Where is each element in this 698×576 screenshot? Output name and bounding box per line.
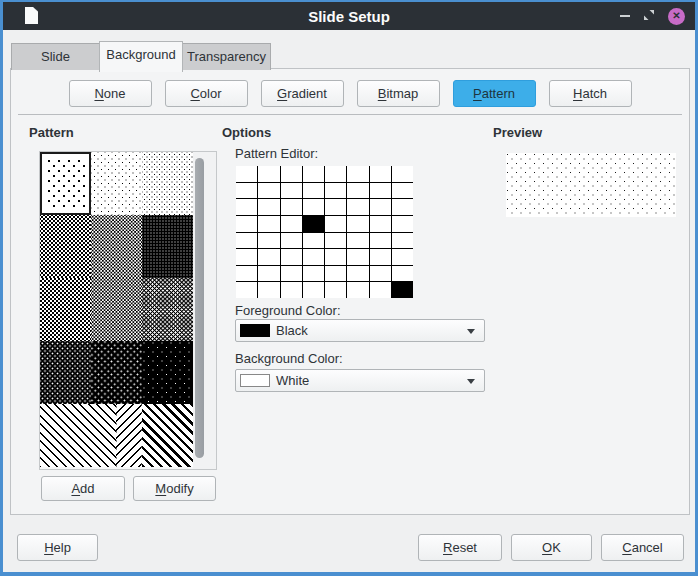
pattern-editor-cell[interactable]: [303, 282, 324, 298]
minimize-button[interactable]: [620, 15, 630, 17]
pattern-editor-cell[interactable]: [392, 183, 413, 199]
pattern-editor-cell[interactable]: [325, 282, 346, 298]
close-button[interactable]: ✕: [668, 8, 685, 25]
background-color-select[interactable]: White: [235, 369, 485, 392]
pattern-editor-cell[interactable]: [258, 266, 279, 282]
pattern-editor-cell[interactable]: [347, 199, 368, 215]
pattern-editor-cell[interactable]: [236, 249, 257, 265]
ok-button[interactable]: OK: [511, 534, 592, 561]
pattern-editor-cell[interactable]: [347, 233, 368, 249]
pattern-swatch-dark-75[interactable]: [40, 341, 91, 404]
pattern-editor-cell[interactable]: [281, 216, 302, 232]
fill-hatch-button[interactable]: Hatch: [549, 80, 632, 107]
scrollbar-thumb[interactable]: [195, 158, 204, 458]
pattern-editor-cell[interactable]: [303, 166, 324, 182]
pattern-editor-cell[interactable]: [258, 183, 279, 199]
foreground-color-select[interactable]: Black: [235, 319, 485, 342]
pattern-editor-cell[interactable]: [303, 233, 324, 249]
pattern-editor-cell[interactable]: [236, 183, 257, 199]
pattern-editor-cell[interactable]: [325, 233, 346, 249]
add-button[interactable]: Add: [41, 476, 125, 501]
tab-slide[interactable]: Slide: [11, 43, 100, 70]
fill-gradient-button[interactable]: Gradient: [261, 80, 344, 107]
pattern-editor-cell[interactable]: [392, 266, 413, 282]
pattern-editor-cell[interactable]: [370, 183, 391, 199]
pattern-editor-cell[interactable]: [303, 216, 324, 232]
pattern-editor-cell[interactable]: [281, 183, 302, 199]
pattern-swatch-dark-60[interactable]: [91, 278, 142, 341]
tab-transparency[interactable]: Transparency: [182, 43, 271, 70]
pattern-swatch-dots-10[interactable]: [91, 152, 142, 215]
pattern-swatch-dark-85[interactable]: [91, 341, 142, 404]
pattern-editor-cell[interactable]: [325, 266, 346, 282]
pattern-editor-cell[interactable]: [325, 249, 346, 265]
modify-button[interactable]: Modify: [133, 476, 216, 501]
pattern-editor-cell[interactable]: [258, 233, 279, 249]
pattern-editor-cell[interactable]: [347, 249, 368, 265]
pattern-editor-cell[interactable]: [392, 166, 413, 182]
pattern-editor-cell[interactable]: [236, 216, 257, 232]
pattern-editor-cell[interactable]: [258, 166, 279, 182]
pattern-editor-cell[interactable]: [392, 282, 413, 298]
pattern-swatch-mesh-40[interactable]: [91, 215, 142, 278]
pattern-editor-cell[interactable]: [303, 199, 324, 215]
pattern-editor-cell[interactable]: [325, 183, 346, 199]
pattern-editor-cell[interactable]: [392, 249, 413, 265]
pattern-list-scrollbar[interactable]: [193, 152, 216, 469]
fill-color-button[interactable]: Color: [165, 80, 248, 107]
pattern-editor-cell[interactable]: [347, 216, 368, 232]
pattern-editor-cell[interactable]: [370, 249, 391, 265]
pattern-editor-cell[interactable]: [258, 216, 279, 232]
pattern-editor-cell[interactable]: [303, 249, 324, 265]
pattern-editor-cell[interactable]: [236, 282, 257, 298]
pattern-editor-cell[interactable]: [347, 183, 368, 199]
pattern-swatch-dots-30[interactable]: [40, 215, 91, 278]
pattern-editor-cell[interactable]: [325, 216, 346, 232]
pattern-editor-cell[interactable]: [392, 216, 413, 232]
pattern-editor-cell[interactable]: [281, 249, 302, 265]
pattern-editor-cell[interactable]: [281, 282, 302, 298]
pattern-editor-cell[interactable]: [281, 199, 302, 215]
pattern-editor-cell[interactable]: [347, 166, 368, 182]
help-button[interactable]: Help: [17, 534, 98, 561]
pattern-editor-cell[interactable]: [258, 249, 279, 265]
pattern-editor-cell[interactable]: [281, 166, 302, 182]
pattern-editor-cell[interactable]: [370, 199, 391, 215]
pattern-editor-cell[interactable]: [392, 199, 413, 215]
tab-background[interactable]: Background: [99, 41, 183, 72]
fill-pattern-button[interactable]: Pattern: [453, 80, 536, 107]
pattern-swatch-dark-70[interactable]: [142, 278, 193, 341]
pattern-editor-cell[interactable]: [347, 266, 368, 282]
cancel-button[interactable]: Cancel: [601, 534, 684, 561]
pattern-editor-cell[interactable]: [258, 199, 279, 215]
pattern-swatch-diag-light[interactable]: [40, 404, 91, 467]
pattern-editor-cell[interactable]: [281, 266, 302, 282]
reset-button[interactable]: Reset: [418, 534, 502, 561]
pattern-list[interactable]: [39, 151, 217, 470]
pattern-editor-cell[interactable]: [370, 216, 391, 232]
fill-none-button[interactable]: None: [69, 80, 152, 107]
pattern-swatch-dots-5[interactable]: [40, 152, 91, 215]
pattern-editor-cell[interactable]: [258, 282, 279, 298]
pattern-editor-cell[interactable]: [370, 166, 391, 182]
pattern-editor-cell[interactable]: [303, 183, 324, 199]
pattern-swatch-dark-90[interactable]: [142, 341, 193, 404]
restore-button[interactable]: [643, 9, 655, 24]
fill-bitmap-button[interactable]: Bitmap: [357, 80, 440, 107]
pattern-editor-cell[interactable]: [347, 282, 368, 298]
pattern-editor-cell[interactable]: [281, 233, 302, 249]
pattern-swatch-dots-20[interactable]: [142, 152, 193, 215]
pattern-editor-cell[interactable]: [325, 199, 346, 215]
pattern-editor-cell[interactable]: [392, 233, 413, 249]
pattern-editor-cell[interactable]: [370, 233, 391, 249]
pattern-editor-cell[interactable]: [236, 166, 257, 182]
pattern-editor-cell[interactable]: [325, 166, 346, 182]
pattern-swatch-check-50[interactable]: [40, 278, 91, 341]
pattern-swatch-diag-dense[interactable]: [142, 404, 193, 467]
pattern-editor-cell[interactable]: [236, 266, 257, 282]
pattern-swatch-zigzag[interactable]: [91, 404, 142, 467]
pattern-editor-cell[interactable]: [303, 266, 324, 282]
pattern-editor-cell[interactable]: [236, 233, 257, 249]
pattern-editor-cell[interactable]: [236, 199, 257, 215]
pattern-editor-cell[interactable]: [370, 266, 391, 282]
